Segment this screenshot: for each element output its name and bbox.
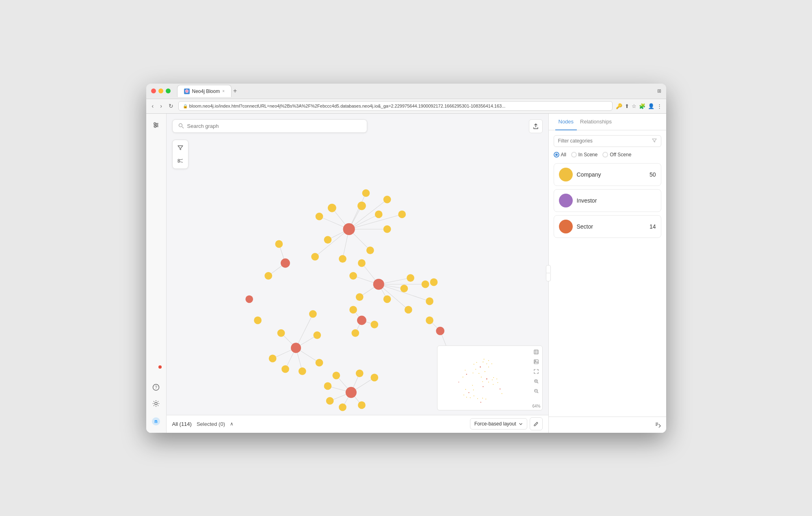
node-30[interactable] [355, 369, 363, 377]
node-28[interactable] [309, 310, 316, 317]
node-24[interactable] [281, 365, 289, 373]
node-13[interactable] [349, 272, 357, 279]
node-18[interactable] [421, 280, 429, 288]
node-20[interactable] [426, 297, 433, 305]
back-button[interactable]: ‹ [150, 102, 156, 110]
node-1[interactable] [327, 203, 336, 212]
node-37[interactable] [275, 240, 283, 248]
fullscreen-icon[interactable] [532, 367, 541, 376]
svg-point-80 [488, 382, 489, 382]
node-hub-2[interactable] [373, 279, 384, 289]
node-26[interactable] [315, 359, 323, 367]
node-27[interactable] [313, 331, 321, 339]
node-2[interactable] [357, 201, 366, 210]
node-31[interactable] [370, 374, 378, 381]
tab-close-button[interactable]: × [222, 89, 225, 93]
node-36[interactable] [264, 272, 272, 279]
node-41[interactable] [349, 306, 357, 313]
node-4[interactable] [383, 225, 391, 233]
node-hub-4[interactable] [345, 386, 356, 397]
map-icon[interactable] [532, 348, 541, 356]
help-icon[interactable]: ? [149, 381, 162, 394]
node-25[interactable] [298, 367, 306, 375]
node-23[interactable] [269, 354, 276, 362]
node-8[interactable] [366, 246, 374, 254]
svg-point-61 [468, 392, 469, 393]
node-21[interactable] [358, 259, 366, 267]
node-39[interactable] [426, 316, 433, 324]
node-6[interactable] [311, 253, 319, 260]
node-35[interactable] [324, 382, 331, 390]
svg-point-67 [483, 361, 483, 362]
graph-search-input[interactable] [187, 123, 361, 129]
export-list-button[interactable] [655, 421, 661, 429]
close-window-button[interactable] [151, 89, 156, 93]
graph-search-box[interactable] [172, 119, 367, 133]
radio-all[interactable]: All [554, 152, 566, 158]
category-sector[interactable]: Sector 14 [554, 215, 661, 238]
category-investor[interactable]: Investor [554, 189, 661, 212]
tab-relationships[interactable]: Relationships [577, 114, 615, 130]
node-9[interactable] [315, 212, 323, 220]
profile-icon[interactable]: 👤 [648, 103, 654, 109]
bookmark-icon[interactable]: ☆ [632, 103, 637, 109]
node-3[interactable] [375, 210, 382, 218]
node-29[interactable] [332, 371, 340, 379]
forward-button[interactable]: › [158, 102, 164, 110]
layout-label: Force-based layout [474, 421, 516, 427]
filter-categories-input[interactable] [554, 135, 661, 147]
layout-edit-button[interactable] [530, 417, 543, 430]
node-16[interactable] [400, 285, 408, 292]
node-19[interactable] [404, 306, 412, 313]
node-44[interactable] [254, 316, 262, 324]
node-40[interactable] [370, 321, 378, 328]
key-icon[interactable]: 🔑 [616, 103, 622, 109]
maximize-window-button[interactable] [166, 89, 171, 93]
address-bar[interactable]: 🔒 bloom.neo4j.io/index.html?connectURL=n… [178, 101, 613, 111]
node-hub-3[interactable] [291, 343, 301, 353]
node-hub-5[interactable] [280, 258, 290, 268]
node-17[interactable] [407, 274, 414, 282]
expand-button[interactable]: ∧ [230, 421, 234, 427]
main-content: ? n [146, 114, 666, 433]
node-45[interactable] [430, 278, 437, 286]
node-hub-6[interactable] [436, 326, 444, 335]
filter-funnel-icon[interactable] [652, 138, 657, 144]
filter-input-field[interactable] [558, 138, 652, 144]
zoom-out-icon[interactable] [532, 386, 541, 395]
image-icon[interactable] [532, 357, 541, 366]
node-10[interactable] [362, 189, 370, 197]
panel-collapse-handle[interactable]: ⋯ [546, 265, 551, 281]
minimize-window-button[interactable] [158, 89, 163, 93]
all-count: All (114) [172, 421, 192, 427]
radio-in-scene[interactable]: In Scene [571, 152, 598, 158]
node-hub-1[interactable] [343, 223, 355, 235]
node-33[interactable] [339, 403, 346, 411]
zoom-in-icon[interactable] [532, 377, 541, 386]
category-company[interactable]: Company 50 [554, 163, 661, 186]
node-14[interactable] [355, 293, 363, 301]
new-tab-button[interactable]: + [233, 87, 237, 95]
node-hub-7[interactable] [357, 315, 366, 325]
node-43[interactable] [245, 295, 253, 303]
browser-tab[interactable]: 🌸 Neo4j Bloom × [177, 85, 232, 97]
node-11[interactable] [383, 195, 391, 203]
layout-dropdown[interactable]: Force-based layout [470, 418, 527, 430]
node-34[interactable] [326, 397, 333, 405]
node-7[interactable] [339, 255, 346, 263]
node-5[interactable] [324, 236, 331, 244]
extensions-icon[interactable]: 🧩 [639, 103, 645, 109]
tab-nodes[interactable]: Nodes [555, 114, 577, 130]
radio-in-scene-circle [571, 152, 577, 158]
node-12[interactable] [398, 210, 406, 218]
menu-icon[interactable]: ⋮ [657, 103, 662, 109]
sliders-icon[interactable] [149, 119, 162, 132]
settings-icon[interactable] [149, 397, 162, 410]
refresh-button[interactable]: ↻ [167, 102, 175, 110]
radio-off-scene[interactable]: Off Scene [602, 152, 631, 158]
node-42[interactable] [351, 329, 359, 337]
node-22[interactable] [277, 329, 285, 337]
node-32[interactable] [358, 401, 366, 409]
share-icon[interactable]: ⬆ [625, 103, 629, 109]
node-15[interactable] [383, 295, 391, 303]
